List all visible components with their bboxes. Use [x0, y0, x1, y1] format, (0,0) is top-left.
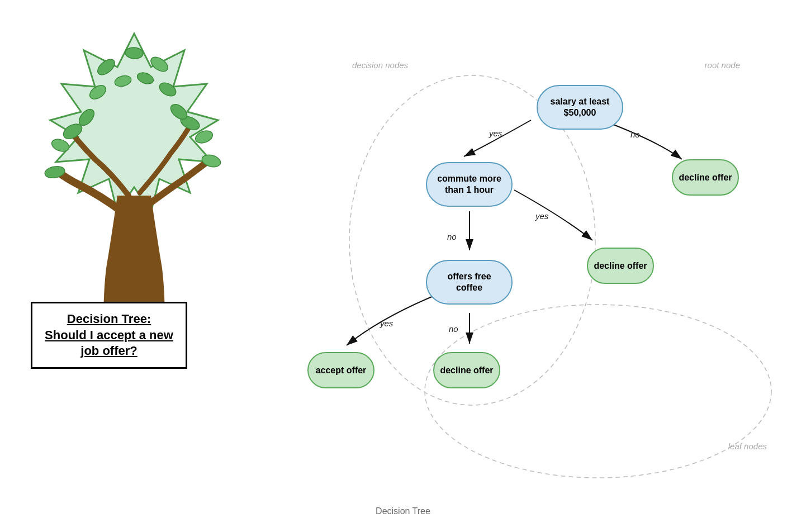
commute-node: commute more than 1 hour [426, 162, 513, 207]
decline3-node: decline offer [433, 352, 500, 388]
edge-label-yes-commute-decline2: yes [535, 211, 548, 221]
leaf-nodes-label: leaf nodes [728, 441, 767, 451]
arrow-root-decline1 [609, 123, 682, 159]
edge-label-no-root-decline1: no [630, 130, 640, 139]
edge-label-no-coffee-decline3: no [449, 324, 458, 334]
accept-node: accept offer [307, 352, 374, 388]
root-node: salary at least $50,000 [537, 85, 623, 130]
coffee-node: offers free coffee [426, 260, 513, 305]
arrow-commute-decline2 [514, 190, 592, 240]
title-text: Decision Tree: [42, 311, 176, 327]
edge-label-no-commute-coffee: no [447, 232, 457, 241]
subtitle-text: Should I accept a new job offer? [42, 327, 176, 359]
decline2-node: decline offer [587, 248, 654, 284]
edge-label-yes-root-commute: yes [489, 129, 502, 138]
leaf-nodes-curve [425, 305, 771, 478]
caption: Decision Tree [376, 506, 430, 516]
root-node-label: root node [705, 60, 740, 70]
title-box: Decision Tree: Should I accept a new job… [31, 302, 187, 369]
decision-nodes-label: decision nodes [352, 60, 408, 70]
decline1-node: decline offer [672, 159, 739, 196]
edge-label-yes-coffee-accept: yes [380, 319, 393, 328]
arrow-root-commute [464, 120, 531, 156]
